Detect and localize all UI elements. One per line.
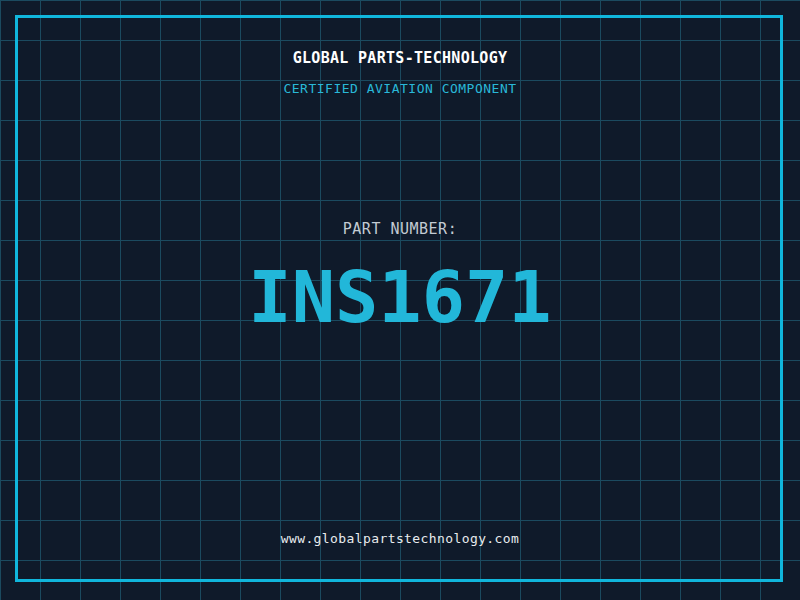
website-url: www.globalpartstechnology.com <box>0 531 800 546</box>
part-number-label: PART NUMBER: <box>0 220 800 238</box>
blueprint-page: GLOBAL PARTS-TECHNOLOGY CERTIFIED AVIATI… <box>0 0 800 600</box>
part-number-value: INS1671 <box>0 255 800 339</box>
brand-title: GLOBAL PARTS-TECHNOLOGY <box>0 49 800 67</box>
brand-subtitle: CERTIFIED AVIATION COMPONENT <box>0 81 800 96</box>
